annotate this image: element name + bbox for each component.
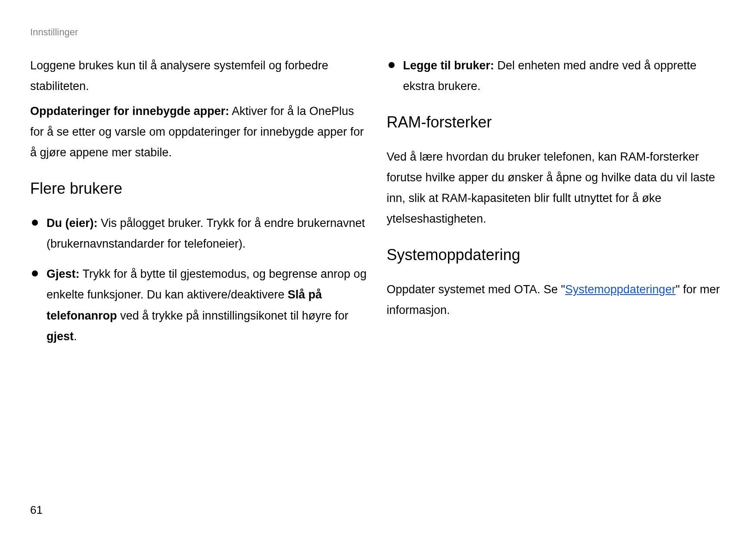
list-item: Legge til bruker: Del enheten med andre …: [387, 55, 726, 96]
heading-ram-boost: RAM-forsterker: [387, 109, 726, 136]
builtin-apps-paragraph: Oppdateringer for innebygde apper: Aktiv…: [30, 101, 370, 163]
add-user-bullet-list: Legge til bruker: Del enheten med andre …: [387, 55, 726, 96]
two-column-layout: Loggene brukes kun til å analysere syste…: [30, 55, 726, 356]
ram-boost-paragraph: Ved å lære hvordan du bruker telefonen, …: [387, 146, 726, 229]
system-update-pre: Oppdater systemet med OTA. Se ": [387, 283, 565, 296]
list-item: Du (eier): Vis pålogget bruker. Trykk fo…: [30, 213, 370, 254]
users-bullet-list: Du (eier): Vis pålogget bruker. Trykk fo…: [30, 213, 370, 346]
bullet-bold-guest-word: gjest: [47, 330, 74, 343]
bullet-text-guest-tail: .: [74, 330, 77, 343]
page-number: 61: [30, 503, 43, 517]
system-update-paragraph: Oppdater systemet med OTA. Se "Systemopp…: [387, 279, 726, 320]
heading-system-update: Systemoppdatering: [387, 241, 726, 269]
document-page: Innstillinger Loggene brukes kun til å a…: [0, 0, 756, 534]
section-header: Innstillinger: [30, 27, 726, 38]
bullet-label-guest: Gjest:: [47, 267, 80, 280]
intro-paragraph: Loggene brukes kun til å analysere syste…: [30, 55, 370, 96]
system-updates-link[interactable]: Systemoppdateringer: [565, 283, 676, 296]
bullet-label-add-user: Legge til bruker:: [403, 59, 495, 72]
bullet-label-owner: Du (eier):: [47, 217, 98, 230]
right-column: Legge til bruker: Del enheten med andre …: [387, 55, 726, 356]
list-item: Gjest: Trykk for å bytte til gjestemodus…: [30, 264, 370, 346]
builtin-apps-label: Oppdateringer for innebygde apper:: [30, 105, 229, 118]
heading-multiple-users: Flere brukere: [30, 175, 370, 202]
bullet-text-guest-mid: ved å trykke på innstillingsikonet til h…: [117, 309, 348, 322]
left-column: Loggene brukes kun til å analysere syste…: [30, 55, 370, 356]
